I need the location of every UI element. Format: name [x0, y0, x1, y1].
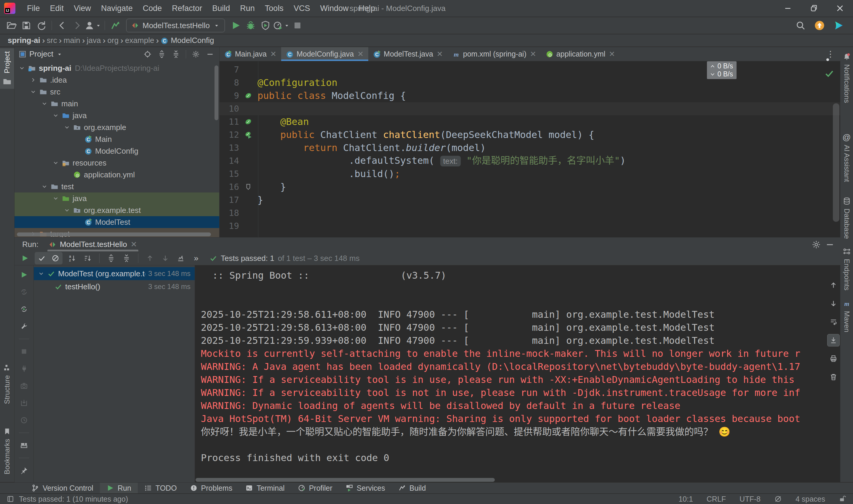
highlighting-level-icon[interactable]	[774, 495, 782, 503]
hide-project-panel-button[interactable]	[204, 49, 216, 60]
chev-open-icon[interactable]	[30, 89, 36, 95]
gutter[interactable]	[239, 131, 257, 139]
menu-navigate[interactable]: Navigate	[96, 0, 138, 17]
close-icon[interactable]: ✕	[357, 50, 363, 58]
tool-button-problems[interactable]: Problems	[183, 483, 239, 493]
console-horizontal-scrollbar[interactable]	[196, 478, 495, 482]
more-actions-button[interactable]: »	[189, 252, 203, 264]
profile-button[interactable]	[85, 19, 102, 32]
sort-by-duration-button[interactable]	[81, 252, 94, 264]
tree-row-java[interactable]: java	[15, 110, 219, 121]
show-passed-toggle[interactable]	[35, 252, 49, 264]
editor-scrollbar[interactable]	[833, 103, 839, 222]
clear-console-button[interactable]	[827, 371, 840, 383]
tree-row-java[interactable]: java	[15, 193, 219, 204]
status-message[interactable]: Tests passed: 1 (10 minutes ago)	[19, 495, 128, 503]
soft-wrap-button[interactable]	[827, 316, 840, 328]
tab-modelconfig.java[interactable]: CModelConfig.java✕	[281, 47, 368, 61]
rerun-tests-button[interactable]	[18, 252, 32, 264]
select-opened-file-button[interactable]	[141, 49, 154, 60]
chev-open-icon[interactable]	[52, 160, 59, 166]
project-horizontal-scrollbar[interactable]	[17, 232, 211, 236]
chevron-down-icon[interactable]	[56, 51, 63, 57]
chev-open-icon[interactable]	[64, 124, 70, 131]
gutter[interactable]	[239, 183, 257, 191]
run-button[interactable]	[228, 19, 243, 32]
profile-button[interactable]	[273, 19, 290, 32]
menu-window[interactable]: Window	[315, 0, 354, 17]
gutter[interactable]	[239, 92, 257, 100]
sidebar-item-project[interactable]: Project	[0, 48, 14, 89]
tool-button-profiler[interactable]: Profiler	[291, 483, 339, 493]
menu-refactor[interactable]: Refactor	[167, 0, 207, 17]
unlock-icon[interactable]	[839, 495, 847, 503]
tree-chevron[interactable]	[63, 207, 71, 214]
close-icon[interactable]: ✕	[437, 50, 443, 58]
bean-nav-icon[interactable]	[245, 131, 252, 139]
collapse-all-button[interactable]	[120, 252, 133, 264]
indent-widget[interactable]: 4 spaces	[796, 495, 825, 503]
forward-button[interactable]	[70, 19, 85, 32]
ai-assistant-button[interactable]	[831, 19, 846, 32]
sidebar-item-endpoints[interactable]: Endpoints	[840, 245, 853, 293]
tree-row-modeltest[interactable]: CModelTest	[15, 216, 219, 228]
console-output[interactable]: :: Spring Boot :: (v3.5.7) 2025-10-25T21…	[195, 265, 827, 482]
tree-chevron[interactable]	[29, 89, 38, 95]
breadcrumb-item-src[interactable]: src	[47, 36, 57, 45]
chev-open-icon[interactable]	[52, 112, 59, 119]
tree-row-application.yml[interactable]: application.yml	[15, 169, 219, 181]
scroll-to-end-button[interactable]	[827, 334, 840, 346]
restore-button[interactable]	[801, 0, 827, 17]
test-settings-button[interactable]	[17, 320, 31, 332]
tool-button-build[interactable]: Build	[392, 483, 432, 493]
menu-tools[interactable]: Tools	[260, 0, 289, 17]
layout-status-icon[interactable]	[6, 495, 14, 503]
close-icon[interactable]: ✕	[131, 240, 137, 249]
stop-process-button[interactable]	[17, 346, 31, 357]
collapse-all-button[interactable]	[170, 49, 182, 60]
expand-all-button[interactable]	[156, 49, 168, 60]
bean-icon[interactable]	[245, 92, 252, 100]
breadcrumb-item-java[interactable]: java	[87, 36, 101, 45]
tree-row-org.example[interactable]: org.example	[15, 121, 219, 133]
test-row-modeltest--org-example-tes[interactable]: ModelTest (org.example.tes3 sec 148 ms	[34, 267, 195, 280]
tree-chevron[interactable]	[40, 101, 49, 107]
chev-open-icon[interactable]	[41, 183, 48, 190]
tool-button-terminal[interactable]: Terminal	[239, 483, 291, 493]
tool-button-services[interactable]: Services	[339, 483, 392, 493]
tab-application.yml[interactable]: application.yml✕	[541, 47, 620, 61]
scroll-up-button[interactable]	[827, 279, 840, 291]
chev-open-icon[interactable]	[52, 195, 59, 202]
tab-pom.xml--spring-ai-[interactable]: mpom.xml (spring-ai)✕	[448, 47, 541, 61]
menu-run[interactable]: Run	[235, 0, 260, 17]
hide-panel-icon[interactable]	[825, 240, 834, 249]
sidebar-item-maven[interactable]: mMaven	[840, 297, 853, 335]
test-row-testhello--[interactable]: testHello()3 sec 148 ms	[34, 280, 195, 293]
sort-alphabetically-button[interactable]: az	[66, 252, 79, 264]
run-configuration-select[interactable]: ModelTest.testHello	[126, 19, 225, 32]
close-icon[interactable]: ✕	[530, 50, 536, 58]
rerun-button[interactable]	[17, 269, 31, 281]
tree-chevron[interactable]	[51, 112, 60, 119]
inspections-ok-icon[interactable]	[824, 68, 834, 80]
line-ending-widget[interactable]: CRLF	[707, 495, 726, 503]
tool-button-version-control[interactable]: Version Control	[25, 483, 100, 493]
print-button[interactable]	[827, 353, 840, 365]
tree-row-org.example.test[interactable]: org.example.test	[15, 204, 219, 216]
back-button[interactable]	[55, 19, 70, 32]
tree-chevron[interactable]	[40, 183, 49, 190]
run-with-coverage-button[interactable]	[258, 19, 273, 32]
layout-settings-button[interactable]	[17, 439, 31, 451]
sidebar-item-structure[interactable]: Structure	[0, 361, 14, 407]
menu-view[interactable]: View	[69, 0, 96, 17]
menu-file[interactable]: File	[22, 0, 45, 17]
bean-icon[interactable]	[245, 118, 252, 126]
thread-dump-button[interactable]	[17, 380, 31, 392]
tree-chevron[interactable]	[63, 124, 71, 131]
tree-row-main[interactable]: main	[15, 98, 219, 110]
chev-open-icon[interactable]	[19, 65, 25, 71]
build-button[interactable]	[108, 19, 123, 32]
tab-main.java[interactable]: CMain.java✕	[219, 47, 281, 61]
gear-button[interactable]	[190, 49, 202, 60]
breadcrumb-item-main[interactable]: main	[64, 36, 80, 45]
